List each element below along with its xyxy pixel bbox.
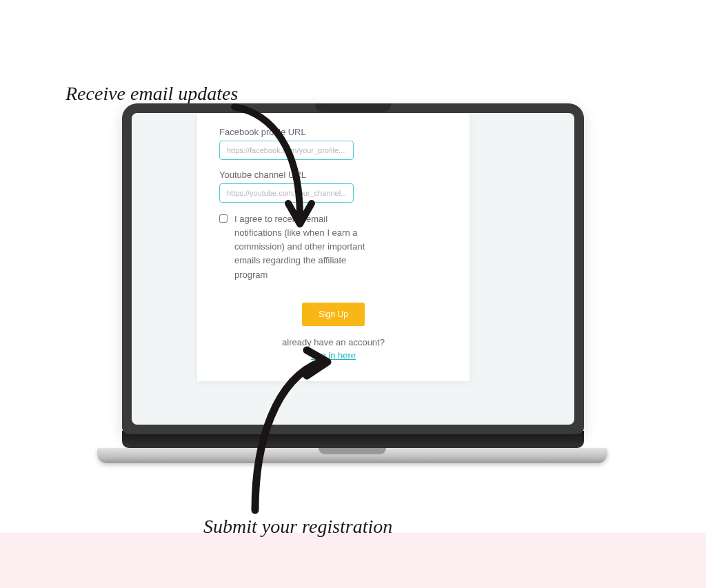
youtube-input[interactable] <box>219 183 354 203</box>
consent-label: I agree to receive email notifications (… <box>234 212 376 282</box>
laptop-base <box>97 448 607 463</box>
facebook-field-group: Facebook profile URL <box>219 127 447 160</box>
youtube-field-group: Youtube channel URL <box>219 170 447 203</box>
laptop-base-notch <box>319 448 386 454</box>
laptop-camera-notch <box>315 103 391 112</box>
annotation-submit: Submit your registration <box>203 516 392 538</box>
footer-bar <box>0 533 706 588</box>
facebook-label: Facebook profile URL <box>219 127 447 137</box>
consent-checkbox[interactable] <box>219 214 228 223</box>
annotation-email-updates: Receive email updates <box>65 83 238 105</box>
signup-button[interactable]: Sign Up <box>302 303 365 326</box>
laptop-mockup: Facebook profile URL Youtube channel URL… <box>112 103 594 483</box>
already-account-text: already have an account? <box>219 337 447 347</box>
laptop-screen: Facebook profile URL Youtube channel URL… <box>132 113 574 425</box>
consent-row: I agree to receive email notifications (… <box>219 212 447 282</box>
laptop-bezel: Facebook profile URL Youtube channel URL… <box>122 103 584 434</box>
login-link[interactable]: Log in here <box>219 350 447 361</box>
facebook-input[interactable] <box>219 141 354 160</box>
signup-form-card: Facebook profile URL Youtube channel URL… <box>197 113 470 381</box>
youtube-label: Youtube channel URL <box>219 170 447 180</box>
